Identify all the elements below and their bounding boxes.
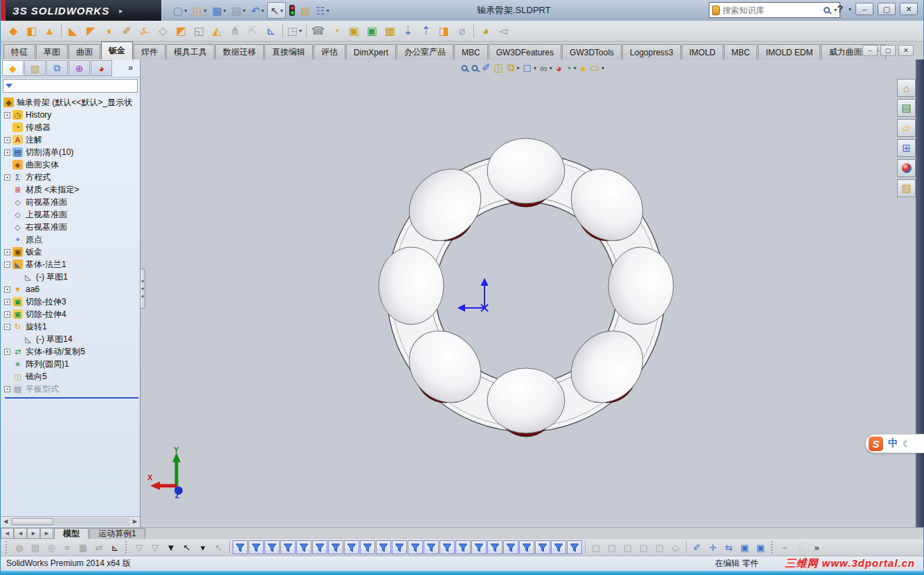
commandmanager-tab[interactable]: 直接编辑 bbox=[264, 44, 313, 60]
commandmanager-tab[interactable]: IMOLD bbox=[682, 44, 723, 60]
tree-item[interactable]: ◺ (-) 草图1 bbox=[3, 271, 140, 283]
commandmanager-tab[interactable]: 数据迁移 bbox=[215, 44, 264, 60]
sheetmetal-tool-button[interactable]: ◕ bbox=[477, 22, 494, 39]
selection-filter-funnel-button[interactable] bbox=[248, 540, 264, 554]
commandmanager-tab[interactable]: GW3DTools bbox=[562, 44, 622, 60]
tree-item[interactable]: + ▣ 钣金 bbox=[3, 246, 140, 258]
expand-toggle[interactable] bbox=[4, 237, 10, 243]
restore-button[interactable]: ▢ bbox=[878, 3, 896, 15]
sheetmetal-tool-button[interactable]: ⍼ bbox=[136, 22, 154, 39]
selection-filter-funnel-button[interactable] bbox=[280, 540, 296, 554]
sheetmetal-tool-button[interactable]: ◇ bbox=[154, 22, 172, 39]
commandmanager-tab[interactable]: IMOLD EDM bbox=[758, 44, 820, 60]
commandmanager-tab[interactable]: 办公室产品 bbox=[397, 44, 453, 60]
view-tool-button[interactable] bbox=[461, 65, 468, 71]
panel-tab[interactable]: ⧉ bbox=[46, 60, 68, 76]
selection-filter-funnel-button[interactable] bbox=[440, 540, 455, 554]
ime-toolbar[interactable]: S 中 ☾ bbox=[865, 434, 924, 453]
expand-toggle[interactable] bbox=[4, 125, 10, 131]
sheetmetal-tool-button[interactable]: ◣ bbox=[64, 22, 82, 39]
tree-item[interactable]: + ▤ 切割清单(10) bbox=[3, 146, 140, 158]
filter-button[interactable]: ◇ bbox=[668, 540, 683, 554]
toolbar-button[interactable]: ↖ ▾ bbox=[267, 2, 286, 19]
doc-close-button[interactable]: ✕ bbox=[898, 45, 914, 56]
view-tool-button[interactable]: ⧉ ▾ bbox=[507, 62, 520, 74]
commandmanager-tab[interactable]: 评估 bbox=[314, 44, 345, 60]
selection-filter-funnel-button[interactable] bbox=[535, 540, 550, 554]
panel-tab[interactable]: ◆ bbox=[2, 60, 24, 76]
selection-filter-funnel-button[interactable] bbox=[424, 540, 439, 554]
sheetmetal-tool-button[interactable]: ⇡ bbox=[417, 22, 435, 39]
taskpane-button[interactable] bbox=[897, 159, 916, 177]
sheetmetal-tool-button[interactable]: ✐ bbox=[118, 22, 136, 39]
scroll-right-icon[interactable]: ▶ bbox=[130, 518, 140, 526]
expand-toggle[interactable] bbox=[15, 336, 21, 343]
dropdown-caret-icon[interactable]: ▾ bbox=[574, 65, 577, 71]
filter-button[interactable]: ▽ bbox=[132, 540, 147, 554]
tree-item[interactable]: + ▣ 切除-拉伸4 bbox=[3, 308, 140, 320]
graphics-viewport[interactable]: ✐ ◫ ⧉ ▾ bbox=[141, 60, 924, 527]
sheetmetal-tool-button[interactable] bbox=[304, 22, 309, 39]
sheetmetal-tool-button[interactable]: ◩ bbox=[172, 22, 190, 39]
study-nav-button[interactable]: ▶ bbox=[27, 528, 40, 539]
tree-item[interactable]: + A 注解 bbox=[3, 134, 140, 146]
commandmanager-tab[interactable]: 模具工具 bbox=[166, 44, 215, 60]
tree-item[interactable]: ◈ 曲面实体 bbox=[3, 158, 140, 171]
sheetmetal-tool-button[interactable]: ◖ bbox=[100, 22, 118, 39]
filter-button[interactable]: ↖ bbox=[179, 540, 194, 554]
taskpane-button[interactable]: ▨ bbox=[897, 179, 916, 197]
toolbar-button[interactable]: ↶ ▾ bbox=[249, 2, 266, 19]
filter-button[interactable]: ▽ bbox=[147, 540, 163, 554]
selection-filter-funnel-button[interactable] bbox=[328, 540, 343, 554]
toolbar-button[interactable]: ◰ ▾ bbox=[190, 2, 208, 19]
filter-button[interactable]: ▢ bbox=[652, 540, 667, 554]
commandmanager-tab[interactable]: 钣金 bbox=[101, 42, 133, 60]
sheetmetal-tool-button[interactable]: ▣ bbox=[345, 22, 363, 39]
tree-filter[interactable] bbox=[3, 79, 138, 93]
tree-item[interactable]: ◇ 前视基准面 bbox=[3, 196, 140, 208]
tree-item[interactable]: + ⇄ 实体-移动/复制5 bbox=[3, 345, 140, 358]
dropdown-caret-icon[interactable]: ▾ bbox=[224, 8, 226, 14]
sheetmetal-tool-button[interactable]: ◤ bbox=[82, 22, 100, 39]
filter-button[interactable]: ✐ bbox=[689, 540, 705, 554]
commandmanager-tab[interactable]: DimXpert bbox=[346, 44, 396, 60]
view-tool-button[interactable] bbox=[471, 65, 478, 71]
study-tab[interactable]: 模型 bbox=[54, 528, 89, 539]
dropdown-caret-icon[interactable]: ▾ bbox=[280, 8, 283, 14]
filter-button[interactable]: ▣ bbox=[753, 540, 768, 554]
filter-button[interactable]: ◎ bbox=[44, 540, 59, 554]
search-caret-icon[interactable]: ▾ bbox=[834, 7, 837, 13]
panel-overflow-chevron[interactable]: » bbox=[128, 63, 136, 73]
filter-button[interactable]: ◍ bbox=[12, 540, 27, 554]
study-nav-button[interactable]: ◀ bbox=[14, 528, 27, 539]
panel-tab[interactable]: ◕ bbox=[91, 60, 112, 76]
taskpane-button[interactable]: ▱ bbox=[897, 119, 916, 137]
sheetmetal-tool-button[interactable] bbox=[59, 22, 64, 39]
dropdown-caret-icon[interactable]: ▾ bbox=[534, 65, 536, 71]
sheetmetal-tool-button[interactable]: ⋔ bbox=[226, 22, 244, 39]
tree-item[interactable]: ◔ 传感器 bbox=[3, 121, 140, 134]
sheetmetal-tool-button[interactable]: ◔ bbox=[327, 22, 345, 39]
selection-filter-funnel-button[interactable] bbox=[392, 540, 407, 554]
filter-button[interactable]: ▢ bbox=[620, 540, 635, 554]
tree-filter-input[interactable] bbox=[15, 82, 135, 90]
selection-filter-funnel-button[interactable] bbox=[408, 540, 423, 554]
bearing-cage-model[interactable] bbox=[141, 60, 924, 527]
expand-toggle[interactable]: − bbox=[4, 324, 10, 330]
filter-button[interactable]: ⇄ bbox=[91, 540, 107, 554]
study-nav-button[interactable]: ▶ bbox=[40, 528, 53, 539]
taskpane-button[interactable]: ▤ bbox=[897, 99, 916, 117]
sheetmetal-tool-button[interactable]: ◱ bbox=[190, 22, 208, 39]
filter-button[interactable]: ⌁ bbox=[777, 540, 792, 554]
filter-button[interactable]: ▢ bbox=[636, 540, 651, 554]
expand-toggle[interactable]: + bbox=[4, 174, 10, 181]
filter-button[interactable]: ▢ bbox=[588, 540, 604, 554]
view-tool-button[interactable]: ▭ ▾ bbox=[590, 62, 604, 74]
selection-filter-funnel-button[interactable] bbox=[551, 540, 566, 554]
filter-button[interactable]: ↖ bbox=[211, 540, 226, 554]
selection-filter-funnel-button[interactable] bbox=[312, 540, 327, 554]
sheetmetal-tool-button[interactable] bbox=[471, 22, 476, 39]
tree-item[interactable]: ◺ (-) 草图14 bbox=[3, 333, 140, 345]
selection-filter-funnel-button[interactable] bbox=[471, 540, 487, 554]
expand-toggle[interactable]: + bbox=[4, 249, 10, 255]
